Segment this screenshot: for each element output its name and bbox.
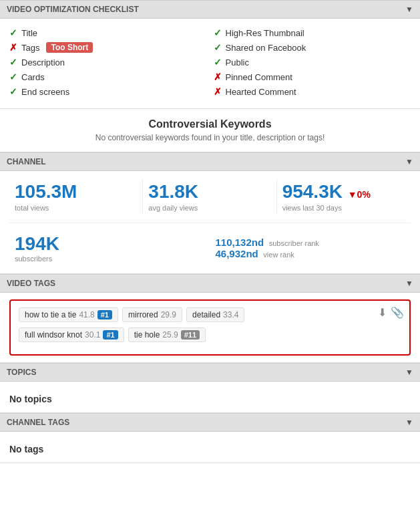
video-tags-arrow: ▼ — [405, 279, 413, 288]
checklist-title: VIDEO OPTIMIZATION CHECKLIST — [7, 5, 139, 14]
tag-score-2: 29.9 — [161, 310, 176, 319]
subscriber-rank-label: subscriber rank — [269, 239, 319, 247]
checklist-arrow: ▼ — [405, 5, 413, 14]
checklist-item-hearted: ✗ Hearted Comment — [214, 84, 411, 99]
checklist-item-public: ✓ Public — [214, 55, 411, 70]
tags-icons: ⬇ 📎 — [378, 306, 404, 319]
tags-container: ⬇ 📎 how to tie a tie 41.8 #1 mirrored 29… — [9, 299, 411, 356]
video-tags-header: VIDEO TAGS ▼ — [0, 274, 420, 293]
channel-tags-section: No tags — [0, 432, 420, 463]
channel-tags-header: CHANNEL TAGS ▼ — [0, 413, 420, 432]
view-rank-line: 46,932nd view rank — [216, 248, 406, 259]
cross-icon-tags: ✗ — [9, 42, 17, 53]
check-icon: ✓ — [9, 27, 17, 38]
check-icon-thumbnail: ✓ — [214, 27, 222, 38]
checklist-item-description: ✓ Description — [9, 55, 207, 70]
tags-section: ⬇ 📎 how to tie a tie 41.8 #1 mirrored 29… — [0, 293, 420, 363]
topics-arrow: ▼ — [405, 368, 413, 377]
avg-daily-views-block: 31.8K avg daily views — [143, 179, 276, 215]
checklist-item-cards: ✓ Cards — [9, 70, 207, 84]
checklist-label-endscreens: End screens — [21, 87, 69, 97]
tag-pill-4[interactable]: full windsor knot 30.1 #1 — [19, 327, 124, 342]
checklist-item-endscreens: ✓ End screens — [9, 84, 207, 99]
link-icon[interactable]: 📎 — [391, 306, 404, 319]
channel-tags-arrow: ▼ — [405, 418, 413, 427]
channel-stats-bottom: 194K subscribers 110,132nd subscriber ra… — [9, 231, 411, 265]
checklist-label-description: Description — [21, 57, 65, 68]
checklist-right: ✓ High-Res Thumbnail ✓ Shared on Faceboo… — [214, 25, 411, 99]
tag-score-1: 41.8 — [79, 310, 94, 319]
checklist-item-tags: ✗ Tags Too Short — [9, 40, 207, 55]
check-icon-facebook: ✓ — [214, 42, 222, 53]
checklist-grid: ✓ Title ✗ Tags Too Short ✓ Description ✓… — [9, 25, 411, 99]
tag-label-4: full windsor knot — [25, 330, 82, 340]
checklist-label-title: Title — [21, 28, 37, 38]
channel-stats-top: 105.3M total views 31.8K avg daily views… — [9, 179, 411, 223]
tag-score-5: 25.9 — [162, 330, 178, 340]
tag-rank-4: #1 — [103, 330, 118, 340]
topics-header: TOPICS ▼ — [0, 363, 420, 382]
channel-tags-content: No tags — [9, 444, 411, 454]
checklist-header: VIDEO OPTIMIZATION CHECKLIST ▼ — [0, 0, 420, 19]
checklist-label-thumbnail: High-Res Thumbnail — [226, 28, 304, 38]
avg-daily-views-value: 31.8K — [148, 182, 270, 203]
tags-badge: Too Short — [46, 42, 93, 53]
channel-arrow: ▼ — [405, 157, 413, 166]
tag-pill-5[interactable]: tie hole 25.9 #11 — [128, 327, 206, 342]
total-views-block: 105.3M total views — [9, 179, 143, 215]
cross-icon-hearted: ✗ — [214, 86, 222, 97]
tag-rank-5: #11 — [181, 330, 200, 340]
tags-row-2: full windsor knot 30.1 #1 tie hole 25.9 … — [19, 327, 401, 342]
channel-section: 105.3M total views 31.8K avg daily views… — [0, 171, 420, 274]
subscribers-label: subscribers — [15, 255, 205, 263]
controversial-title: Controversial Keywords — [13, 118, 407, 130]
checklist-label-hearted: Hearted Comment — [226, 87, 296, 97]
checklist-section: ✓ Title ✗ Tags Too Short ✓ Description ✓… — [0, 19, 420, 109]
subscribers-block: 194K subscribers — [9, 231, 210, 265]
tag-score-3: 33.4 — [223, 310, 238, 319]
check-icon-description: ✓ — [9, 57, 17, 68]
tags-row-1: how to tie a tie 41.8 #1 mirrored 29.9 d… — [19, 307, 401, 322]
download-icon[interactable]: ⬇ — [378, 306, 387, 319]
checklist-label-facebook: Shared on Facebook — [226, 43, 306, 53]
avg-daily-views-label: avg daily views — [148, 204, 270, 212]
tag-label-2: mirrored — [128, 310, 158, 319]
views-30-value: 954.3K ▼0% — [282, 182, 405, 203]
tag-pill-3[interactable]: detailed 33.4 — [186, 307, 244, 322]
channel-tags-title: CHANNEL TAGS — [7, 418, 69, 427]
total-views-label: total views — [15, 204, 137, 212]
subscriber-rank-value: 110,132nd — [216, 237, 264, 248]
checklist-item-thumbnail: ✓ High-Res Thumbnail — [214, 25, 411, 40]
tag-label-5: tie hole — [134, 330, 160, 340]
checklist-item-pinned: ✗ Pinned Comment — [214, 70, 411, 84]
subscribers-value: 194K — [15, 234, 205, 255]
tag-label-1: how to tie a tie — [25, 310, 76, 319]
check-icon-endscreens: ✓ — [9, 86, 17, 97]
checklist-label-pinned: Pinned Comment — [226, 72, 292, 82]
checklist-label-tags: Tags — [21, 43, 39, 53]
tag-pill-2[interactable]: mirrored 29.9 — [122, 307, 182, 322]
tag-score-4: 30.1 — [85, 330, 100, 340]
video-tags-title: VIDEO TAGS — [7, 279, 55, 288]
checklist-label-public: Public — [226, 57, 249, 68]
check-icon-public: ✓ — [214, 57, 222, 68]
views-30-block: 954.3K ▼0% views last 30 days — [277, 179, 411, 215]
view-rank-label: view rank — [263, 251, 294, 259]
total-views-value: 105.3M — [15, 182, 137, 203]
rank-block: 110,132nd subscriber rank 46,932nd view … — [210, 231, 411, 265]
tag-rank-1: #1 — [97, 310, 112, 319]
tag-label-3: detailed — [192, 310, 220, 319]
checklist-item-title: ✓ Title — [9, 25, 207, 40]
checklist-item-facebook: ✓ Shared on Facebook — [214, 40, 411, 55]
controversial-description: No controversial keywords found in your … — [13, 133, 407, 142]
cross-icon-pinned: ✗ — [214, 72, 222, 82]
views-30-label: views last 30 days — [282, 204, 405, 212]
tag-pill-1[interactable]: how to tie a tie 41.8 #1 — [19, 307, 118, 322]
checklist-left: ✓ Title ✗ Tags Too Short ✓ Description ✓… — [9, 25, 207, 99]
subscriber-rank-line: 110,132nd subscriber rank — [216, 237, 406, 248]
channel-title: CHANNEL — [7, 157, 46, 166]
controversial-section: Controversial Keywords No controversial … — [0, 109, 420, 152]
channel-header: CHANNEL ▼ — [0, 152, 420, 171]
checklist-label-cards: Cards — [21, 72, 45, 82]
topics-section: No topics — [0, 382, 420, 413]
